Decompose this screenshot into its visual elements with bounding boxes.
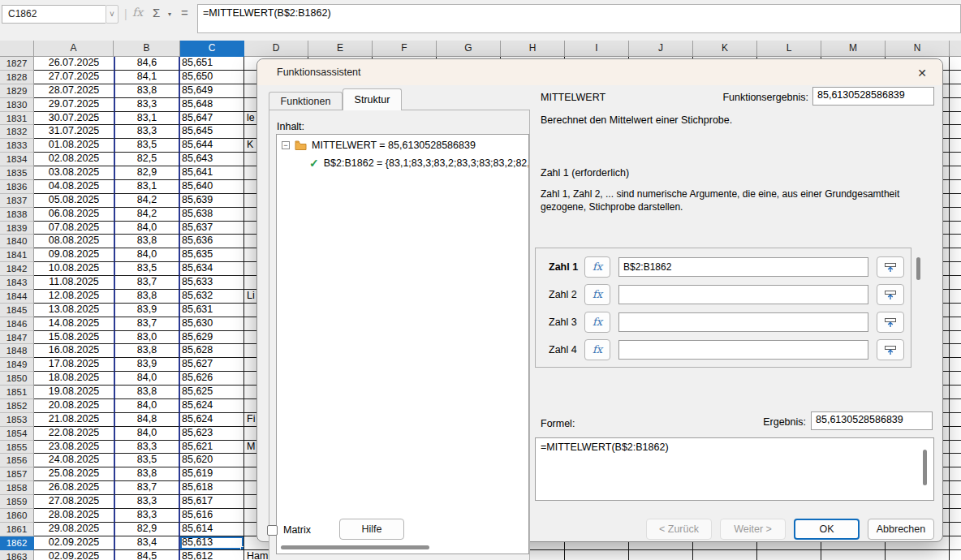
cell-date[interactable]: 08.08.2025 xyxy=(34,235,114,248)
formula-textarea[interactable]: =MITTELWERT(B$2:B1862) xyxy=(535,437,934,501)
equals-icon[interactable]: = xyxy=(181,6,188,19)
cell-date[interactable]: 15.08.2025 xyxy=(34,331,114,345)
cell-value-b[interactable]: 84,2 xyxy=(114,208,180,222)
cell-date[interactable]: 27.07.2025 xyxy=(34,71,114,84)
cell-empty[interactable] xyxy=(950,180,961,194)
cell-empty[interactable] xyxy=(565,550,629,560)
cell-empty[interactable] xyxy=(886,550,950,560)
cell-date[interactable]: 02.09.2025 xyxy=(34,536,114,550)
cell-date[interactable]: 06.08.2025 xyxy=(34,208,114,222)
cell-value-c[interactable]: 85,638 xyxy=(180,208,244,222)
cell-value-b[interactable]: 83,5 xyxy=(114,139,180,153)
row-header[interactable]: 1836 xyxy=(0,180,34,194)
column-header[interactable]: C xyxy=(180,41,244,57)
cell-value-b[interactable]: 84,0 xyxy=(114,372,180,386)
cell-empty[interactable] xyxy=(950,153,961,166)
cell-empty[interactable] xyxy=(950,331,961,345)
cell-date[interactable]: 27.08.2025 xyxy=(34,495,114,509)
cell-date[interactable]: 12.08.2025 xyxy=(34,290,114,304)
cell-value-b[interactable]: 83,8 xyxy=(114,467,180,481)
cell-empty[interactable] xyxy=(950,481,961,495)
row-header[interactable]: 1863 xyxy=(0,550,34,560)
cell-empty[interactable] xyxy=(950,413,961,427)
cell-empty[interactable] xyxy=(950,125,961,139)
tree-child-row[interactable]: ✓ B$2:B1862 = {83,1;83,3;83,2;83,3;83;83… xyxy=(309,157,529,170)
row-header[interactable]: 1855 xyxy=(0,441,34,454)
column-header[interactable]: F xyxy=(373,41,437,57)
fx-button[interactable]: fx xyxy=(584,284,610,305)
cell-date[interactable]: 20.08.2025 xyxy=(34,399,114,413)
cell-value-c[interactable]: 85,613 xyxy=(180,536,244,550)
cell-value-c[interactable]: 85,649 xyxy=(180,84,244,98)
cell-value-c[interactable]: 85,616 xyxy=(180,509,244,523)
cell-date[interactable]: 26.07.2025 xyxy=(34,57,114,71)
parameter-input[interactable] xyxy=(618,285,868,304)
row-header[interactable]: 1841 xyxy=(0,248,34,262)
cell-value-c[interactable]: 85,617 xyxy=(180,495,244,509)
column-header[interactable]: D xyxy=(244,41,308,57)
row-header[interactable]: 1832 xyxy=(0,125,34,139)
row-header[interactable]: 1827 xyxy=(0,57,34,71)
cell-value-b[interactable]: 83,5 xyxy=(114,454,180,467)
cell-value-c[interactable]: 85,612 xyxy=(180,550,244,560)
column-header[interactable]: K xyxy=(693,41,757,57)
cell-date[interactable]: 23.08.2025 xyxy=(34,441,114,454)
cell-empty[interactable] xyxy=(950,208,961,222)
cell-date[interactable]: 02.08.2025 xyxy=(34,153,114,166)
cell-value-c[interactable]: 85,633 xyxy=(180,276,244,290)
row-header[interactable]: 1848 xyxy=(0,344,34,358)
cell-date[interactable]: 21.08.2025 xyxy=(34,413,114,427)
row-header[interactable]: 1839 xyxy=(0,222,34,235)
row-header[interactable]: 1845 xyxy=(0,304,34,317)
row-header[interactable]: 1862 xyxy=(0,536,34,550)
row-header[interactable]: 1834 xyxy=(0,153,34,166)
collapse-icon[interactable]: − xyxy=(282,141,290,149)
row-header[interactable]: 1844 xyxy=(0,290,34,304)
column-header[interactable] xyxy=(950,41,961,57)
cell-value-b[interactable]: 83,9 xyxy=(114,304,180,317)
column-header[interactable]: H xyxy=(501,41,565,57)
cell-value-c[interactable]: 85,636 xyxy=(180,235,244,248)
cell-value-c[interactable]: 85,635 xyxy=(180,248,244,262)
cell-value-b[interactable]: 82,9 xyxy=(114,166,180,180)
cell-date[interactable]: 05.08.2025 xyxy=(34,194,114,208)
column-header[interactable]: E xyxy=(308,41,373,57)
row-header[interactable]: 1838 xyxy=(0,208,34,222)
cell-value-b[interactable]: 83,1 xyxy=(114,180,180,194)
cell-value-b[interactable]: 83,8 xyxy=(114,290,180,304)
fx-button[interactable]: fx xyxy=(584,256,610,278)
tree-root-row[interactable]: − MITTELWERT = 85,6130528586839 xyxy=(282,140,476,151)
cell-date[interactable]: 26.08.2025 xyxy=(34,481,114,495)
next-button[interactable]: Weiter > xyxy=(720,519,786,540)
cell-date[interactable]: 01.08.2025 xyxy=(34,139,114,153)
row-header[interactable]: 1853 xyxy=(0,413,34,427)
shrink-button[interactable] xyxy=(877,339,904,360)
cell-empty[interactable] xyxy=(950,98,961,112)
name-box[interactable]: C1862 xyxy=(2,5,106,24)
cell-value-c[interactable]: 85,648 xyxy=(180,98,244,112)
column-header[interactable]: N xyxy=(886,41,950,57)
shrink-button[interactable] xyxy=(877,312,904,333)
cell-value-b[interactable]: 83,8 xyxy=(114,344,180,358)
cell-value-c[interactable]: 85,641 xyxy=(180,166,244,180)
cell-value-b[interactable]: 84,0 xyxy=(114,427,180,441)
cell-value-c[interactable]: 85,628 xyxy=(180,344,244,358)
row-header[interactable]: 1849 xyxy=(0,358,34,372)
cell-value-c[interactable]: 85,623 xyxy=(180,427,244,441)
row-header[interactable]: 1858 xyxy=(0,481,34,495)
cell-value-b[interactable]: 83,5 xyxy=(114,262,180,276)
cell-value-c[interactable]: 85,632 xyxy=(180,290,244,304)
cell-empty[interactable] xyxy=(950,427,961,441)
fx-button[interactable]: fx xyxy=(584,312,610,333)
cell-date[interactable]: 29.07.2025 xyxy=(34,98,114,112)
row-header[interactable]: 1851 xyxy=(0,386,34,399)
cell-date[interactable]: 17.08.2025 xyxy=(34,358,114,372)
cell-empty[interactable] xyxy=(629,550,693,560)
cell-value-c[interactable]: 85,651 xyxy=(180,57,244,71)
cell-empty[interactable] xyxy=(950,399,961,413)
close-icon[interactable]: ✕ xyxy=(914,65,930,81)
cell-date[interactable]: 07.08.2025 xyxy=(34,222,114,235)
cell-date[interactable]: 31.07.2025 xyxy=(34,125,114,139)
cell-value-b[interactable]: 83,0 xyxy=(114,331,180,345)
column-header[interactable]: G xyxy=(437,41,501,57)
